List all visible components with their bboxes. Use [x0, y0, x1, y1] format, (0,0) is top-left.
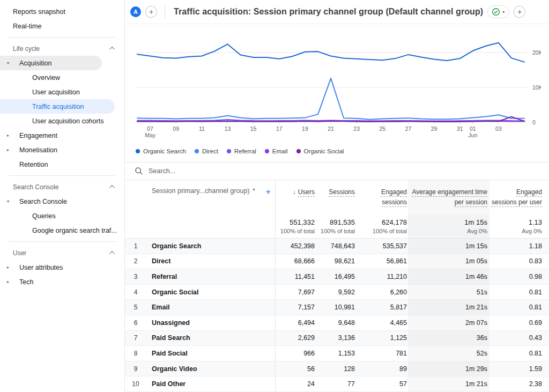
sidebar-item-traffic-acquisition[interactable]: Traffic acquisition: [0, 99, 115, 114]
report-status-dropdown[interactable]: ▾: [487, 5, 509, 18]
sidebar-divider: [9, 175, 116, 176]
metric-value: 966: [276, 346, 316, 361]
metric-value: 1,153: [316, 346, 356, 361]
sidebar-item-queries[interactable]: Queries: [0, 209, 124, 223]
metric-value: 1m 21s: [408, 300, 489, 315]
add-comparison-button[interactable]: +: [145, 6, 157, 18]
metric-value: 4,465: [356, 315, 408, 330]
legend-item-email[interactable]: Email: [265, 148, 288, 154]
sidebar-item-tech[interactable]: ▸Tech: [0, 275, 124, 289]
sidebar-item-label: Tech: [19, 278, 33, 286]
legend-item-organic-search[interactable]: Organic Search: [136, 148, 186, 154]
totals-value: 1m 15s: [464, 218, 487, 226]
legend-item-organic-social[interactable]: Organic Social: [296, 148, 344, 154]
column-header-engaged-sessions[interactable]: Engaged sessions: [356, 180, 408, 215]
metric-value: 9,592: [316, 285, 356, 300]
column-header-sessions[interactable]: Sessions: [316, 180, 356, 215]
sidebar-item-google-organic-search-traf[interactable]: Google organic search traf...: [0, 223, 124, 238]
column-header-users[interactable]: ↓Users: [276, 180, 316, 215]
metric-value: 781: [356, 346, 408, 361]
column-header-engaged-sessions-per-user[interactable]: Engaged sessions per user: [489, 180, 549, 215]
sidebar-item-acquisition[interactable]: ▾Acquisition: [0, 56, 102, 70]
x-axis-label: 19: [302, 125, 308, 132]
table-header-row: Session primary...channel group) ▾ + ↓Us…: [125, 180, 549, 215]
channel-name: Organic Social: [146, 285, 276, 300]
table-row-organic-social: 4Organic Social7,6979,5926,26051s0.81: [125, 285, 549, 300]
sidebar-section-search-console[interactable]: Search Console: [0, 180, 124, 194]
line-chart-canvas[interactable]: 20K10K007May09111315171921232527293101Ju…: [133, 28, 541, 142]
y-axis-label: 20K: [532, 49, 541, 56]
add-dimension-button[interactable]: +: [266, 187, 271, 197]
dimension-header-dropdown[interactable]: Session primary...channel group) ▾ +: [146, 180, 276, 215]
row-index: 9: [125, 361, 146, 376]
legend-label: Direct: [202, 148, 218, 154]
column-header-label: Sessions: [329, 188, 355, 196]
sidebar-item-user-acquisition[interactable]: User acquisition: [0, 85, 124, 99]
sidebar-divider: [9, 241, 116, 242]
add-report-button[interactable]: +: [514, 6, 525, 18]
channel-name: Email: [146, 300, 276, 315]
metric-value: 1.59: [489, 361, 549, 376]
totals-cell: 891,535100% of total: [316, 215, 356, 238]
column-header-label: Engaged sessions: [381, 188, 407, 206]
series-line-direct: [137, 78, 524, 120]
legend-item-referral[interactable]: Referral: [227, 148, 256, 154]
metric-value: 7,157: [276, 300, 316, 315]
legend-dot: [136, 149, 140, 153]
table-totals-row: 551,332100% of total891,535100% of total…: [125, 215, 549, 239]
report-header: A + Traffic acquisition: Session primary…: [125, 0, 549, 24]
metric-value: 0.98: [489, 269, 549, 284]
header-divider: [165, 5, 165, 18]
metric-value: 7,697: [276, 285, 316, 300]
totals-cell: 1m 15sAvg 0%: [408, 215, 489, 238]
sidebar-item-real-time[interactable]: Real-time: [0, 19, 124, 33]
search-input[interactable]: [149, 167, 309, 175]
sidebar-item-retention[interactable]: Retention: [0, 157, 124, 172]
report-table: Session primary...channel group) ▾ + ↓Us…: [125, 162, 549, 392]
sidebar-item-user-acquisition-cohorts[interactable]: User acquisition cohorts: [0, 114, 124, 128]
sidebar-item-user-attributes[interactable]: ▸User attributes: [0, 260, 124, 275]
x-axis-label: 29: [431, 125, 437, 132]
arrow-expanded-icon: ▾: [6, 61, 19, 65]
x-axis-label: 09: [173, 125, 179, 132]
table-row-direct: 2Direct68,66698,62156,8611m 05s0.83: [125, 254, 549, 270]
table-row-unassigned: 6Unassigned6,4949,6484,4652m 07s0.69: [125, 315, 549, 331]
legend-item-direct[interactable]: Direct: [195, 148, 218, 154]
totals-subtext: Avg 0%: [522, 228, 542, 234]
sidebar-item-monetisation[interactable]: ▸Monetisation: [0, 143, 124, 157]
metric-value: 535,537: [356, 239, 408, 254]
metric-value: 11,451: [276, 269, 316, 284]
metric-value: 24: [276, 376, 316, 391]
sidebar-item-engagement[interactable]: ▸Engagement: [0, 128, 124, 143]
metric-value: 452,398: [276, 239, 316, 254]
sidebar-item-search-console[interactable]: ▾Search Console: [0, 194, 124, 209]
metric-value: 2m 07s: [408, 315, 489, 330]
metric-value: 748,643: [316, 239, 356, 254]
sidebar-item-label: Engagement: [19, 132, 57, 139]
table-row-organic-video: 9Organic Video56128891m 29s1.59: [125, 361, 549, 377]
channel-name: Unassigned: [146, 315, 276, 330]
totals-subtext: 100% of total: [321, 228, 355, 234]
row-index: 8: [125, 346, 146, 361]
x-axis-label: 23: [353, 125, 360, 132]
metric-value: 1m 29s: [408, 361, 489, 376]
table-row-paid-search: 7Paid Search2,6293,1361,12536s0.43: [125, 331, 549, 346]
sidebar-section-life-cycle[interactable]: Life cycle: [0, 41, 124, 56]
x-axis-label: 07: [147, 125, 153, 132]
sidebar-item-reports-snapshot[interactable]: Reports snapshot: [0, 4, 124, 19]
sidebar-section-user[interactable]: User: [0, 246, 124, 260]
x-axis-month-label: May: [145, 132, 156, 138]
segment-a-badge[interactable]: A: [130, 6, 141, 17]
section-label: Search Console: [13, 183, 58, 191]
series-line-organic-social: [137, 117, 524, 122]
chevron-down-icon: ▾: [253, 187, 255, 192]
channel-name: Organic Video: [146, 361, 276, 376]
metric-value: 36s: [408, 331, 489, 346]
metric-value: 0.83: [489, 254, 549, 269]
column-header-average-engagement-time-per-session[interactable]: Average engagement time per session: [408, 180, 489, 215]
ga4-app: Reports snapshotReal-timeLife cycle▾Acqu…: [0, 0, 549, 392]
sidebar-item-overview[interactable]: Overview: [0, 70, 124, 85]
channel-name: Direct: [146, 254, 276, 269]
metric-value: 10,981: [316, 300, 356, 315]
arrow-expanded-icon: ▾: [6, 199, 19, 204]
